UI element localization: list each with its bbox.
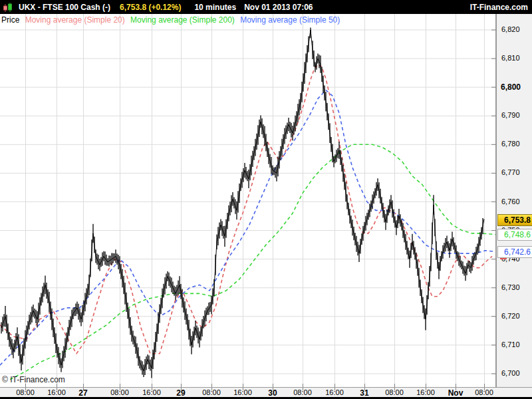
time-tick-label: 31 [360, 388, 368, 398]
time-tick-label: 08:00 [475, 388, 493, 396]
ma-line-2 [0, 90, 495, 366]
time-tick-label: 08:00 [202, 388, 221, 396]
time-tick-label: 27 [78, 388, 87, 398]
price-tick-label: 6,780 [501, 140, 520, 148]
price-tick-label: 6,820 [501, 25, 520, 33]
price-tick-label: 6,760 [501, 198, 520, 205]
legend-price-label: Price [1, 15, 19, 25]
time-tick-label: 16:00 [233, 388, 252, 396]
ma-line-1 [10, 144, 495, 379]
time-axis[interactable]: 08:0016:002708:0016:002908:0016:003008:0… [0, 387, 532, 398]
time-tick-label: 16:00 [325, 388, 344, 396]
legend-ma200-label: Moving average (Simple 200) [130, 15, 235, 25]
price-tick-label: 6,810 [501, 54, 520, 62]
time-tick-label: 16:00 [142, 388, 161, 396]
ma-line-0 [0, 65, 492, 354]
price-tick-label: 6,730 [501, 283, 520, 291]
last-price-badge: 6,753.8 [497, 214, 532, 226]
time-tick-label: 16:00 [47, 388, 66, 396]
time-tick-label: 08:00 [110, 388, 129, 396]
price-tick-label: 6,770 [501, 168, 520, 176]
time-tick-label: 08:00 [293, 388, 312, 396]
price-chart-plot[interactable] [0, 14, 496, 387]
price-tick-label: 6,790 [501, 111, 520, 119]
chart-area: Price Moving average (Simple 20) Moving … [0, 14, 532, 397]
copyright-label: © IT-Finance.com [2, 375, 65, 384]
title-bar: UKX - FTSE 100 Cash (-) 6,753.8 (+0.12%)… [0, 0, 532, 14]
price-tick-label: 6,700 [501, 369, 520, 377]
time-tick-label: 30 [268, 388, 277, 398]
price-axis[interactable]: 6,8206,8106,8006,7906,7806,7706,7606,750… [496, 14, 532, 387]
price-tick-label: 6,710 [501, 340, 520, 348]
datetime-label: Nov 01 2013 07:06 [244, 3, 313, 12]
time-tick-label: 08:00 [385, 388, 404, 396]
time-tick-label: 29 [176, 388, 185, 398]
ma200-value-badge: 6,748.6 [497, 229, 532, 241]
brand-label: IT-Finance.com [470, 3, 528, 12]
ma50-value-badge: 6,742.6 [497, 246, 532, 258]
legend-ma20-label: Moving average (Simple 20) [25, 15, 125, 25]
timeframe-label: 10 minutes [194, 3, 236, 12]
price-tick-label: 6,720 [501, 312, 520, 320]
last-price-change: 6,753.8 (+0.12%) [120, 3, 181, 12]
legend-ma50-label: Moving average (Simple 50) [240, 15, 340, 25]
price-tick-label: 6,800 [501, 82, 521, 92]
candlestick-chart-icon [3, 2, 14, 13]
time-tick-label: 08:00 [16, 388, 35, 396]
legend: Price Moving average (Simple 20) Moving … [1, 15, 343, 25]
time-tick-label: Nov [448, 388, 464, 398]
symbol-title: UKX - FTSE 100 Cash (-) [19, 3, 110, 12]
time-tick-label: 16:00 [416, 388, 435, 396]
